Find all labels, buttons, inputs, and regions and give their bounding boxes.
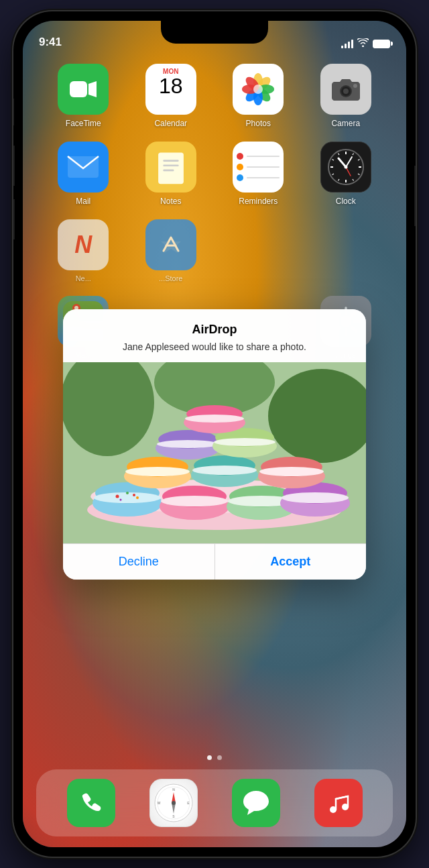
svg-point-83	[259, 467, 324, 476]
phone-frame: 9:41	[13, 11, 416, 857]
svg-point-64	[120, 498, 122, 500]
airdrop-actions: Decline Accept	[63, 543, 366, 580]
airdrop-message: Jane Appleseed would like to share a pho…	[76, 341, 353, 354]
svg-point-86	[157, 440, 219, 448]
notch	[161, 21, 268, 44]
svg-point-80	[192, 466, 257, 475]
volume-up-button[interactable]	[13, 146, 15, 186]
silent-switch[interactable]	[13, 99, 14, 125]
airdrop-overlay: AirDrop Jane Appleseed would like to sha…	[23, 21, 406, 847]
svg-point-65	[133, 494, 135, 496]
svg-point-77	[125, 467, 190, 476]
svg-point-92	[185, 415, 244, 423]
power-button[interactable]	[414, 166, 416, 226]
svg-point-74	[282, 492, 349, 503]
volume-down-button[interactable]	[13, 199, 15, 239]
status-time: 9:41	[39, 36, 62, 49]
svg-point-62	[126, 492, 129, 494]
phone-screen: 9:41	[23, 21, 406, 847]
decline-button[interactable]: Decline	[63, 544, 215, 580]
airdrop-photo	[63, 362, 366, 543]
svg-point-63	[136, 496, 139, 499]
wifi-icon	[357, 38, 369, 49]
accept-button[interactable]: Accept	[215, 544, 367, 580]
airdrop-title: AirDrop	[76, 323, 353, 337]
battery-icon	[373, 40, 390, 48]
svg-point-68	[161, 496, 228, 506]
svg-point-61	[116, 494, 119, 498]
status-icons	[341, 38, 390, 49]
signal-icon	[341, 39, 353, 48]
svg-point-89	[214, 438, 275, 446]
airdrop-modal: AirDrop Jane Appleseed would like to sha…	[63, 309, 366, 580]
airdrop-header: AirDrop Jane Appleseed would like to sha…	[63, 309, 366, 362]
